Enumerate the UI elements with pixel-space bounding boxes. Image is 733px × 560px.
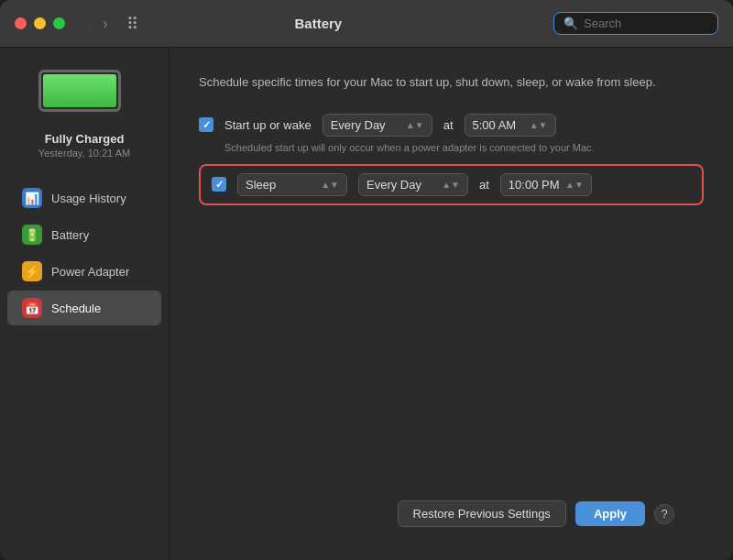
startup-row: ✓ Start up or wake Every Day ▲▼ at 5:00 … (199, 114, 704, 137)
sidebar-item-label-schedule: Schedule (51, 302, 101, 315)
sleep-checkbox[interactable]: ✓ (212, 177, 226, 192)
main-content: Fully Charged Yesterday, 10:21 AM 📊 Usag… (0, 48, 733, 560)
titlebar-title: Battery (94, 16, 542, 31)
sidebar-item-battery[interactable]: 🔋 Battery (7, 217, 161, 252)
sleep-at-label: at (479, 178, 489, 192)
startup-at-label: at (443, 118, 454, 132)
sleep-action-dropdown[interactable]: Sleep ▲▼ (237, 173, 347, 196)
right-panel: Schedule specific times for your Mac to … (170, 48, 733, 560)
startup-checkmark: ✓ (202, 119, 211, 131)
sleep-time-value: 10:00 PM (509, 178, 560, 192)
sidebar-item-label-usage: Usage History (51, 192, 126, 205)
power-adapter-icon: ⚡ (22, 261, 42, 281)
sidebar-item-power-adapter[interactable]: ⚡ Power Adapter (7, 254, 161, 289)
startup-label: Start up or wake (224, 118, 312, 132)
window: ‹ › ⠿ Battery 🔍 Fully Charged Yesterday,… (0, 0, 733, 560)
sidebar-item-usage-history[interactable]: 📊 Usage History (7, 181, 161, 215)
sleep-checkmark: ✓ (215, 179, 224, 191)
sleep-action-value: Sleep (246, 178, 276, 192)
sidebar-item-label-battery: Battery (51, 228, 89, 242)
startup-time-chevron: ▲▼ (530, 120, 548, 130)
minimize-button[interactable] (34, 17, 46, 29)
restore-previous-button[interactable]: Restore Previous Settings (398, 500, 566, 527)
battery-body (38, 70, 121, 112)
schedule-icon: 📅 (22, 298, 42, 318)
maximize-button[interactable] (53, 17, 65, 29)
sidebar: Fully Charged Yesterday, 10:21 AM 📊 Usag… (0, 48, 170, 560)
sleep-day-dropdown[interactable]: Every Day ▲▼ (358, 173, 468, 196)
sleep-action-chevron: ▲▼ (321, 180, 339, 190)
help-button[interactable]: ? (654, 504, 674, 524)
battery-icon: 🔋 (22, 225, 42, 245)
traffic-lights (15, 17, 65, 29)
close-button[interactable] (15, 17, 27, 29)
sleep-row-wrapper: ✓ Sleep ▲▼ Every Day ▲▼ at 10:00 PM ▲▼ (199, 164, 704, 205)
sleep-day-value: Every Day (366, 178, 421, 192)
startup-time-input[interactable]: 5:00 AM ▲▼ (465, 114, 556, 137)
startup-day-dropdown[interactable]: Every Day ▲▼ (323, 114, 432, 137)
battery-status-label: Fully Charged (45, 132, 125, 146)
description-text: Schedule specific times for your Mac to … (199, 73, 704, 92)
startup-time-value: 5:00 AM (473, 118, 517, 132)
sidebar-item-label-power: Power Adapter (51, 265, 129, 279)
startup-info: Scheduled start up will only occur when … (224, 142, 704, 153)
sidebar-item-schedule[interactable]: 📅 Schedule (7, 291, 161, 325)
titlebar: ‹ › ⠿ Battery 🔍 (0, 0, 733, 48)
startup-day-value: Every Day (331, 118, 386, 132)
bottom-bar: Restore Previous Settings Apply ? (199, 486, 704, 542)
battery-timestamp: Yesterday, 10:21 AM (38, 148, 130, 159)
startup-day-chevron: ▲▼ (406, 120, 424, 130)
search-box[interactable]: 🔍 (553, 12, 718, 35)
usage-history-icon: 📊 (22, 188, 42, 208)
sidebar-nav: 📊 Usage History 🔋 Battery ⚡ Power Adapte… (0, 181, 169, 325)
startup-checkbox[interactable]: ✓ (199, 117, 213, 132)
sleep-day-chevron: ▲▼ (442, 180, 460, 190)
battery-icon-container (38, 70, 130, 117)
sleep-time-chevron: ▲▼ (565, 180, 584, 190)
apply-button[interactable]: Apply (575, 501, 645, 526)
search-icon: 🔍 (563, 16, 578, 30)
search-input[interactable] (584, 16, 703, 30)
schedule-container: ✓ Start up or wake Every Day ▲▼ at 5:00 … (199, 114, 704, 205)
sleep-time-input[interactable]: 10:00 PM ▲▼ (500, 173, 592, 196)
battery-fill (43, 74, 116, 107)
